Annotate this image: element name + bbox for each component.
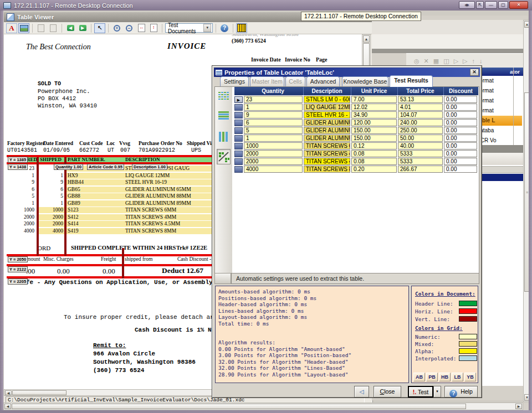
result-row[interactable]: 1 LIQ GAUGE 12MM 12.02 4.01 0.00 (234, 104, 478, 111)
scroll-up-icon[interactable]: ▲ (363, 35, 370, 43)
fit-width-icon: ↔ (138, 24, 145, 32)
horiz-line-swatch (459, 308, 477, 314)
horiz-line-marker (7, 276, 216, 278)
meta-h-date: Date Entered (43, 141, 73, 147)
interpolated-swatch (459, 355, 477, 361)
col-total-price[interactable]: Total Price (397, 87, 443, 95)
color-legend-panel: Colors in Document: Header Line: Horiz. … (411, 286, 478, 383)
table-columns-button[interactable] (236, 23, 247, 33)
prev-page-button[interactable] (35, 23, 47, 33)
yb-button[interactable]: YB (464, 373, 476, 381)
close-dialog-button[interactable]: Close (374, 386, 401, 397)
document-set-combobox[interactable]: Test Documents ▼ (165, 23, 213, 33)
dialog-title: Properties of Table Locator 'TableLoc' (224, 69, 334, 76)
columns-view-button[interactable] (217, 129, 231, 144)
zoom-out-button[interactable]: − (124, 23, 135, 33)
fit-width-button[interactable]: ↔ (136, 23, 147, 33)
current-row-marker[interactable]: ▶ (234, 96, 243, 103)
move-down-icon[interactable]: ↓ (479, 58, 483, 64)
scatter-view-button[interactable] (217, 149, 231, 164)
col-description[interactable]: Description (303, 87, 350, 95)
cells-view-button[interactable] (217, 88, 231, 104)
scroll-left-icon[interactable]: ◀ (5, 390, 12, 395)
dialog-close-icon[interactable]: ✕ (470, 69, 479, 76)
window-border-left (0, 11, 3, 413)
result-row[interactable]: 6 GLIDER ALUMINU 120.00 240.00 0.00 (234, 119, 478, 127)
scrollbar-thumb[interactable] (12, 404, 466, 409)
chevron-down-icon[interactable]: ▼ (203, 24, 211, 32)
search-doc-icon[interactable]: ◫ (443, 58, 449, 65)
scroll-right-icon[interactable]: ▶ (515, 404, 522, 409)
help-button[interactable]: ? (219, 23, 230, 33)
minimize-button[interactable]: — (485, 1, 497, 9)
y-badge-2205: Y = 2205 (8, 278, 28, 285)
sold-to-city: Winston, WA 93410 (38, 103, 97, 109)
pb-button[interactable]: PB (426, 373, 438, 381)
chip-quantity: Quantity 1.00 (54, 164, 83, 170)
tab-advanced[interactable]: Advanced (306, 76, 340, 86)
result-row[interactable]: ▶ 23 STNLS LM 0 - 600 7.00 53.13 0.00 (234, 96, 478, 104)
result-row[interactable]: 1 GLIDER ALUMINU 150.00 50.00 0.00 (234, 135, 478, 142)
result-row[interactable]: 9 STEEL HVR 16 - 19 34.90 104.07 0.00 (234, 111, 478, 119)
hb-button[interactable]: HB (439, 373, 451, 381)
tab-test-results[interactable]: Test Results (390, 75, 433, 87)
next-page-button[interactable] (48, 23, 59, 33)
algorithm-log: Amounts-based algorithm: 0 ms Positions-… (216, 286, 408, 378)
grid-header: Quantity Description Unit Price Total Pr… (234, 87, 478, 95)
nav-back-button[interactable]: ◁ (354, 386, 369, 397)
col-quantity[interactable]: Quantity (243, 87, 303, 95)
dialog-titlebar[interactable]: Properties of Table Locator 'TableLoc' ✕ (214, 68, 480, 77)
tab-knowledge-base[interactable]: Knowledge Base (342, 76, 388, 86)
result-row[interactable]: 2000 TITAN SCREWS 4 0.08 5333 0.00 (234, 150, 478, 158)
select-cursor-button[interactable]: ↖ (94, 23, 105, 33)
page-icon (50, 24, 57, 32)
rows-view-button[interactable] (217, 108, 231, 123)
page-icon (38, 24, 44, 32)
tab-settings[interactable]: Settings (220, 76, 249, 86)
rows-icon (218, 111, 229, 120)
meta-h-shipvia: Shipped Via (187, 141, 214, 147)
result-row[interactable]: 1000 TITAN SCREWS 6 0.12 40.00 0.00 (234, 142, 478, 150)
scroll-left-icon[interactable]: ◀ (4, 404, 11, 409)
letter-a-icon: A (9, 24, 14, 33)
close-button[interactable]: ✕ (509, 1, 528, 9)
test-dropdown-button[interactable]: ▼ (433, 386, 441, 397)
test-button[interactable]: !. Test (408, 386, 433, 397)
image-view-button[interactable] (18, 23, 29, 33)
bg-menu-band (372, 20, 528, 35)
tab-cells[interactable]: Cells (285, 76, 305, 86)
run-icon[interactable]: ▷ (454, 58, 458, 65)
view-mode-sidebar (215, 87, 232, 273)
next-doc-button[interactable]: ▶ (77, 23, 88, 33)
result-row[interactable]: 5 GLIDER ALUMINU 150.00 250.00 0.00 (234, 127, 478, 135)
find-icon[interactable]: ◎ (414, 58, 420, 65)
prev-doc-button[interactable]: ◀ (65, 23, 76, 33)
lb-button[interactable]: LB (452, 373, 463, 381)
chip-description: Description 1.00 (132, 164, 167, 170)
font-color-button[interactable]: A (6, 23, 17, 33)
tab-master-item[interactable]: Master Item (250, 76, 284, 86)
zoom-in-button[interactable]: + (111, 23, 122, 33)
delete-icon[interactable]: ✕ (424, 58, 429, 65)
move-up-icon[interactable]: ↑ (472, 58, 475, 64)
numeric-swatch (459, 334, 477, 339)
maximize-button[interactable]: ▢ (498, 1, 508, 9)
ab-button[interactable]: AB (413, 373, 425, 381)
inv-col-desc: DESCRIPTION (125, 157, 160, 162)
legend-numeric-label: Numeric: (415, 334, 441, 340)
help-dialog-button[interactable]: ? Help (444, 386, 478, 397)
run-all-icon[interactable]: ▷ (463, 58, 467, 65)
rdp-pin-button[interactable]: ◂▸ (459, 1, 475, 9)
result-row[interactable]: 2000 TITAN SCREWS 4. 0.08 5333 0.00 (234, 158, 478, 166)
rdp-titlebar[interactable]: 172.21.1.107 - Remote Desktop Connection… (0, 0, 532, 11)
session-hscrollbar[interactable]: ◀ ▶ (3, 402, 523, 410)
columns-icon (237, 24, 246, 32)
result-row[interactable]: 4000 TITAN SCREWS 8 0.20 266.67 0.00 (234, 166, 478, 173)
col-discount[interactable]: Discount (443, 87, 478, 95)
rdp-restore-down-button[interactable]: ⇱ (476, 1, 484, 9)
properties-icon[interactable]: ▦ (433, 58, 439, 65)
exclamation-icon: !. (413, 389, 416, 395)
fit-page-button[interactable]: ↕ (148, 23, 159, 33)
scrollbar-thumb[interactable] (12, 390, 66, 395)
col-unit-price[interactable]: Unit Price (351, 87, 397, 95)
